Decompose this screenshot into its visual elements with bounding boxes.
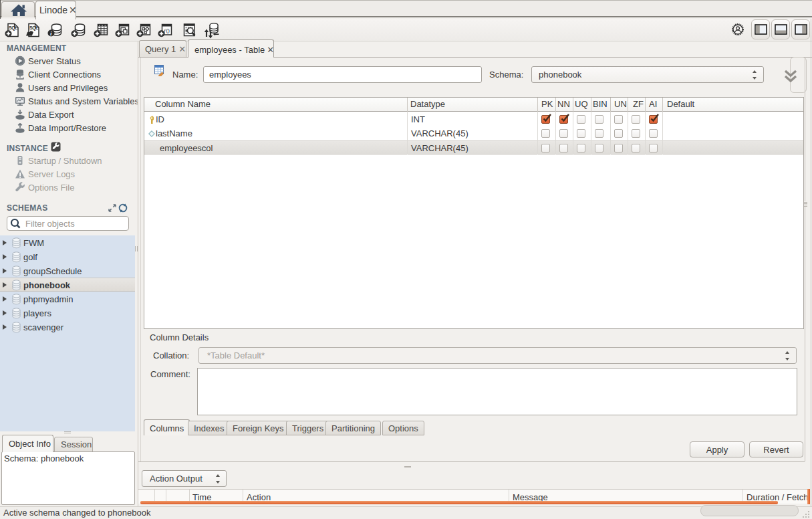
svg-text:(): () bbox=[166, 27, 170, 33]
svg-text:SQL: SQL bbox=[9, 25, 18, 31]
svg-text:SQL: SQL bbox=[29, 25, 39, 31]
